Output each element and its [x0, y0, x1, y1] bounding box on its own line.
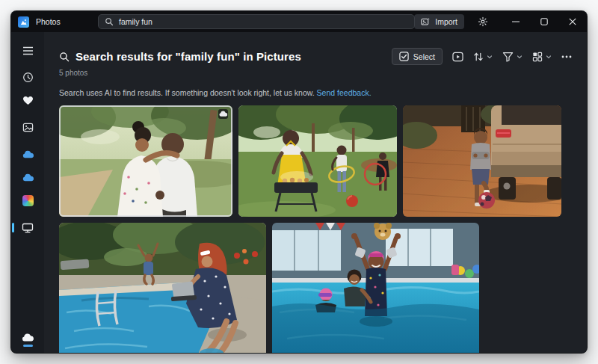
- this-pc-icon: [22, 223, 34, 233]
- sidebar-sync-status[interactable]: [21, 333, 34, 347]
- sidebar-item-icloud-photos[interactable]: [15, 190, 40, 212]
- toolbar: Select: [392, 48, 572, 65]
- memories-icon: [22, 72, 34, 83]
- import-icon: [421, 17, 431, 26]
- cloud-icon: [22, 150, 34, 159]
- grid-view-button[interactable]: [532, 52, 552, 62]
- slideshow-icon: [452, 52, 463, 62]
- search-results-icon: [59, 52, 70, 62]
- search-input[interactable]: family fun: [98, 14, 415, 29]
- cloud-sync-icon: [21, 333, 34, 342]
- bunting: [315, 223, 345, 230]
- search-icon: [105, 17, 114, 26]
- settings-gear-icon[interactable]: [473, 11, 493, 32]
- heart-icon: [22, 96, 34, 105]
- logo-glyph: [20, 19, 27, 25]
- app-title: Photos: [36, 17, 61, 26]
- maximize-button[interactable]: [530, 11, 558, 32]
- photo-count: 5 photos: [59, 69, 572, 77]
- sidebar-item-onedrive-photos[interactable]: [15, 167, 40, 188]
- ai-notice-text: Search uses AI to find results. If somet…: [59, 88, 315, 97]
- grid-view-icon: [532, 52, 543, 62]
- close-button[interactable]: [558, 11, 587, 32]
- sync-progress-bar: [23, 345, 33, 347]
- gear-glyph: [478, 16, 488, 27]
- chevron-down-icon: [546, 54, 552, 60]
- chevron-down-icon: [517, 54, 523, 60]
- photos-app-window: Photos family fun Import: [10, 10, 588, 354]
- page-title: Search results for "family fun" in Pictu…: [75, 50, 301, 63]
- titlebar-controls: Import: [414, 11, 587, 32]
- menu-icon[interactable]: [15, 40, 40, 61]
- send-feedback-link[interactable]: Send feedback.: [317, 88, 372, 97]
- ellipsis-icon: [561, 55, 572, 58]
- photo-3-art: [403, 105, 561, 217]
- filter-button[interactable]: [502, 52, 523, 62]
- sidebar-item-onedrive[interactable]: [15, 144, 40, 165]
- photo-thumbnail-4[interactable]: [59, 223, 266, 354]
- photo-4-art: [59, 223, 266, 354]
- photo-thumbnail-2[interactable]: [238, 105, 397, 217]
- chevron-down-icon: [487, 54, 493, 60]
- checkbox-icon: [399, 52, 409, 61]
- more-options-button[interactable]: [561, 55, 572, 58]
- water-overlay: [272, 303, 479, 354]
- search-value: family fun: [119, 17, 152, 26]
- sort-button[interactable]: [473, 52, 493, 62]
- photo-2-art: [238, 105, 397, 217]
- sidebar-item-memories[interactable]: [15, 67, 40, 88]
- garden: [59, 223, 266, 275]
- ai-notice: Search uses AI to find results. If somet…: [59, 88, 572, 97]
- sidebar-item-this-pc[interactable]: [15, 217, 40, 238]
- filter-icon: [502, 52, 514, 62]
- cloud-icon: [22, 173, 34, 182]
- select-button[interactable]: Select: [392, 48, 443, 65]
- main-content: Search results for "family fun" in Pictu…: [44, 32, 587, 354]
- red-ball: [346, 195, 358, 207]
- sidebar-item-folders[interactable]: [15, 117, 40, 138]
- photo-thumbnail-3[interactable]: [403, 105, 561, 217]
- minimize-button[interactable]: [502, 11, 530, 32]
- sort-icon: [473, 52, 484, 62]
- slideshow-button[interactable]: [452, 52, 463, 62]
- icloud-photos-icon: [22, 195, 34, 206]
- photo-grid: [59, 105, 572, 354]
- import-label: Import: [435, 17, 457, 26]
- photo-folder-icon: [22, 122, 34, 133]
- photo-thumbnail-1[interactable]: [59, 105, 232, 217]
- photo-5-art: [272, 223, 479, 354]
- import-button[interactable]: Import: [414, 14, 464, 29]
- sidebar-item-favorites[interactable]: [15, 90, 40, 111]
- photo-1-art: [59, 105, 232, 217]
- photo-thumbnail-5[interactable]: [272, 223, 479, 354]
- photos-app-logo-icon: [18, 16, 29, 28]
- sidebar: [11, 32, 44, 354]
- photo-badge-icon: [218, 109, 228, 119]
- titlebar: Photos family fun Import: [11, 11, 587, 32]
- app-body: Search results for "family fun" in Pictu…: [11, 32, 587, 354]
- select-label: Select: [413, 52, 435, 61]
